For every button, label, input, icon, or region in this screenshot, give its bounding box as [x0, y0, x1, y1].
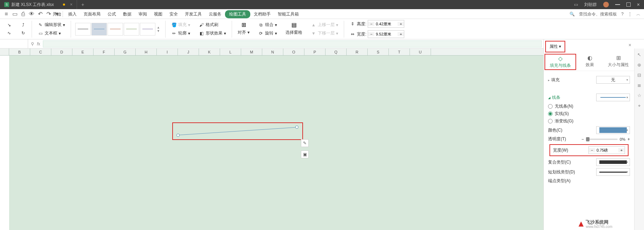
- col-header[interactable]: O: [283, 49, 304, 55]
- undo-button[interactable]: ↶: [36, 10, 44, 18]
- close-panel-icon[interactable]: ×: [629, 42, 631, 48]
- edit-shape-button[interactable]: ✎编辑形状▾: [36, 21, 66, 28]
- collapse-ribbon-icon[interactable]: ︿: [636, 11, 640, 17]
- layers-icon[interactable]: ≣: [637, 83, 641, 88]
- format-painter-button[interactable]: 🖌格式刷: [197, 21, 227, 28]
- col-header[interactable]: K: [199, 49, 220, 55]
- width-stepper[interactable]: − +: [368, 30, 404, 38]
- menu-security[interactable]: 安全: [166, 10, 181, 19]
- col-header[interactable]: J: [178, 49, 199, 55]
- line-shape[interactable]: [177, 125, 298, 137]
- close-tab-icon[interactable]: ×: [70, 2, 72, 7]
- menu-data[interactable]: 数据: [120, 10, 135, 19]
- bring-forward-button[interactable]: ▲上移一层▾: [309, 21, 340, 28]
- menu-review[interactable]: 审阅: [135, 10, 150, 19]
- add-tab-button[interactable]: +: [77, 2, 88, 7]
- maximize-button[interactable]: [626, 2, 631, 7]
- col-header[interactable]: B: [9, 49, 30, 55]
- col-header[interactable]: M: [241, 49, 262, 55]
- group-button[interactable]: ⧉组合▾: [257, 21, 278, 28]
- col-header[interactable]: D: [51, 49, 72, 55]
- menu-cloud[interactable]: 云服务: [205, 10, 225, 19]
- line-style-2[interactable]: [91, 23, 107, 36]
- menu-insert[interactable]: 插入: [65, 10, 80, 19]
- col-header[interactable]: G: [115, 49, 136, 55]
- tab-fill-line[interactable]: ◇ 填充与线条: [545, 54, 576, 70]
- transparency-plus[interactable]: +: [627, 137, 630, 142]
- col-header[interactable]: F: [94, 49, 115, 55]
- menu-pagelayout[interactable]: 页面布局: [80, 10, 104, 19]
- shape-line-tool[interactable]: ↘: [5, 21, 13, 28]
- col-header[interactable]: H: [136, 49, 157, 55]
- menu-smart-toolbox[interactable]: 智能工具箱: [274, 10, 302, 19]
- select-pane-icon[interactable]: ▤: [291, 22, 297, 28]
- col-header[interactable]: T: [389, 49, 410, 55]
- align-icon[interactable]: ⊞: [241, 22, 246, 28]
- col-header[interactable]: R: [347, 49, 368, 55]
- shape-connector-tool[interactable]: ∿: [5, 30, 13, 37]
- open-button[interactable]: ▭: [11, 10, 19, 18]
- preview-button[interactable]: 👁: [27, 10, 36, 18]
- col-header[interactable]: U: [410, 49, 431, 55]
- send-backward-button[interactable]: ▼下移一层▾: [309, 30, 340, 37]
- gallery-down-icon[interactable]: ▼: [157, 29, 161, 33]
- print-button[interactable]: ⎙: [19, 10, 27, 18]
- select-pane-button[interactable]: 选择窗格: [284, 29, 304, 36]
- col-header[interactable]: N: [262, 49, 283, 55]
- menu-devtools[interactable]: 开发工具: [181, 10, 205, 19]
- shape-elbow-tool[interactable]: ⤴: [19, 21, 27, 28]
- line-style-3[interactable]: [108, 23, 123, 36]
- line-style-5[interactable]: [140, 23, 155, 36]
- line-width-stepper[interactable]: − +: [588, 146, 625, 154]
- menu-drawing-tools[interactable]: 绘图工具: [225, 10, 250, 18]
- search-placeholder[interactable]: 查找命令、搜索模板: [579, 11, 617, 17]
- layout-icon[interactable]: ▭: [574, 2, 578, 7]
- col-header[interactable]: I: [157, 49, 178, 55]
- transparency-minus[interactable]: −: [581, 137, 584, 142]
- menu-view[interactable]: 视图: [150, 10, 166, 19]
- shape-handle-end[interactable]: [295, 126, 298, 129]
- lw-minus[interactable]: −: [589, 148, 595, 152]
- col-header[interactable]: L: [220, 49, 241, 55]
- transparency-slider[interactable]: [586, 139, 618, 140]
- shape-curve-tool[interactable]: ↻: [19, 30, 27, 37]
- name-box[interactable]: [0, 39, 28, 48]
- shape-effect-button[interactable]: ◧形状效果▾: [197, 30, 227, 37]
- col-header[interactable]: Q: [326, 49, 347, 55]
- radio-solid-line[interactable]: 实线(S): [548, 111, 630, 117]
- line-style-1[interactable]: [75, 23, 91, 36]
- line-style-4[interactable]: [124, 23, 139, 36]
- zoom-icon[interactable]: ⚲: [31, 41, 34, 46]
- lw-plus[interactable]: +: [618, 148, 625, 152]
- outline-button[interactable]: ✏轮廓▾: [170, 30, 192, 37]
- tab-size-props[interactable]: ⊞ 大小与属性: [604, 55, 633, 69]
- search-icon[interactable]: 🔍: [569, 12, 575, 17]
- cursor-tool-icon[interactable]: ↖: [637, 52, 641, 57]
- shape-layout-float-button[interactable]: ▣: [301, 151, 309, 158]
- document-tab[interactable]: S 新建 XLSX 工作表.xlsx ×: [0, 0, 77, 9]
- line-select[interactable]: ▾: [596, 94, 630, 101]
- align-button[interactable]: 对齐▾: [236, 29, 251, 36]
- width-minus[interactable]: −: [368, 32, 374, 36]
- dash-select[interactable]: ▾: [596, 168, 630, 176]
- col-header[interactable]: C: [30, 49, 51, 55]
- shape-handle-start[interactable]: [176, 134, 180, 137]
- text-box-button[interactable]: ▭文本框▾: [36, 30, 66, 37]
- help-icon[interactable]: ?: [621, 12, 624, 17]
- palette-icon[interactable]: ⊟: [637, 72, 641, 78]
- avatar-icon[interactable]: [603, 2, 609, 7]
- col-header[interactable]: S: [368, 49, 389, 55]
- more-menu-icon[interactable]: ⋮: [628, 12, 632, 17]
- fill-section[interactable]: ▸填充 无▾: [548, 76, 630, 84]
- tools-icon[interactable]: ⌖: [638, 103, 640, 109]
- menu-formula[interactable]: 公式: [104, 10, 120, 19]
- select-all-corner[interactable]: [0, 49, 9, 55]
- line-section[interactable]: ◢线条 ▾: [548, 94, 630, 101]
- panel-title[interactable]: 属性 ▾: [545, 41, 565, 52]
- grid-body[interactable]: ✎ ▣: [9, 56, 543, 230]
- col-header[interactable]: P: [304, 49, 326, 55]
- height-input[interactable]: [374, 22, 398, 26]
- minimize-button[interactable]: [615, 4, 620, 5]
- formula-input[interactable]: [43, 40, 542, 47]
- menu-button[interactable]: ≡: [2, 10, 11, 18]
